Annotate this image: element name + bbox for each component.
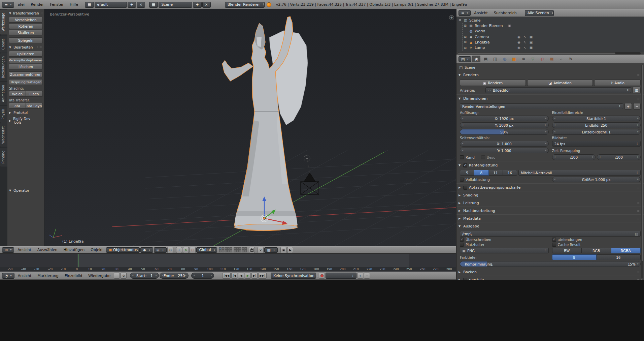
- tab-scene[interactable]: ◫: [491, 56, 499, 62]
- tab-render-layers[interactable]: ▤: [481, 56, 490, 62]
- keying-set-dropdown[interactable]: ↕: [326, 273, 357, 279]
- outliner-row-camera[interactable]: ⊞ ◆ Camera ◉ ↖ ▣: [463, 34, 643, 39]
- panel-header-ausgabe[interactable]: ▼ Ausgabe: [456, 222, 644, 230]
- placeholders-checkbox[interactable]: [460, 243, 464, 247]
- scene-browse-button[interactable]: ▦: [149, 2, 158, 8]
- editor-type-button[interactable]: ◔▾: [2, 273, 14, 279]
- play-button[interactable]: ▶: [245, 273, 251, 279]
- fps-dropdown[interactable]: 24 fps ↕: [552, 141, 641, 147]
- lock-to-scene-toggle[interactable]: [249, 247, 255, 253]
- output-path-field[interactable]: /tmp\ ▤: [460, 231, 641, 237]
- menu-view[interactable]: Ansicht: [15, 248, 34, 252]
- outliner-tree[interactable]: ⊟ ◫ Scene ⊞ ▤ Render-Ebenen ▣ ◍ World ⊞: [456, 17, 644, 52]
- menu-marker[interactable]: Markierung: [35, 274, 61, 278]
- samples-5-button[interactable]: 5: [460, 170, 474, 176]
- selectability-icon[interactable]: ↖: [522, 35, 528, 39]
- render-presets-dropdown[interactable]: Render-Voreinstellungen ↕: [460, 103, 623, 109]
- menu-select[interactable]: Auswählen: [35, 248, 60, 252]
- panel-header-rigify[interactable]: ▶ Rigify Dev Tools: [9, 116, 43, 125]
- data-layout-button[interactable]: ata Layo: [26, 103, 43, 108]
- panel-header-transformieren[interactable]: ▼ Transformieren: [9, 10, 43, 16]
- properties-scrollbar[interactable]: [641, 65, 643, 278]
- menu-file[interactable]: atei: [15, 2, 27, 7]
- jump-start-button[interactable]: |◀◀: [222, 273, 231, 279]
- menu-help[interactable]: Hilfe: [67, 2, 81, 7]
- expand-icon[interactable]: ⊞: [463, 35, 467, 38]
- duplicate-button[interactable]: uplizieren: [9, 51, 43, 57]
- outliner-item-label[interactable]: World: [475, 29, 485, 33]
- panel-grip[interactable]: [37, 46, 42, 48]
- editor-type-button[interactable]: ▤▾: [459, 56, 471, 62]
- opengl-render-animation-button[interactable]: ▶: [287, 247, 293, 253]
- panel-header-bearbeiten[interactable]: ▼ Bearbeiten: [9, 44, 43, 50]
- tab-printing[interactable]: Printing: [0, 148, 7, 166]
- next-keyframe-button[interactable]: ▶|: [251, 273, 258, 279]
- menu-window[interactable]: Fenster: [47, 2, 66, 7]
- tab-animation[interactable]: Animation: [0, 82, 7, 105]
- tab-wachsstift[interactable]: Wachsstift: [0, 123, 7, 147]
- file-format-dropdown[interactable]: ▣ PNG ↕: [460, 248, 549, 253]
- aa-size-field[interactable]: Größe: 1.000 px: [552, 177, 641, 182]
- scene-delete-button[interactable]: ×: [202, 2, 211, 8]
- full-sample-checkbox[interactable]: [460, 178, 464, 182]
- duplicate-linked-button[interactable]: Verknüpfte duplizieren: [9, 57, 43, 63]
- panel-grip[interactable]: [38, 120, 42, 122]
- tab-beziehungen[interactable]: Beziehungen: [0, 53, 7, 81]
- translate-button[interactable]: Verschieben: [9, 17, 43, 23]
- delete-button[interactable]: Löschen: [9, 64, 43, 69]
- tab-physics[interactable]: ↻: [566, 56, 575, 62]
- set-origin-dropdown[interactable]: Ursprung festlegen ↕: [9, 79, 43, 85]
- outliner-row-engel9a[interactable]: ⊞ ▲ Engel9a ◉ ↖ ▣: [463, 39, 643, 45]
- outliner-item-label[interactable]: Engel9a: [475, 40, 489, 44]
- orientation-dropdown[interactable]: Global ↕: [196, 247, 217, 253]
- antialiasing-checkbox[interactable]: [463, 163, 467, 167]
- panel-grip[interactable]: [37, 112, 42, 114]
- render-display-dropdown[interactable]: ▭ Bildeditor ↕: [485, 87, 631, 93]
- viewport-canvas[interactable]: [44, 9, 456, 246]
- pivot-dropdown[interactable]: ◎ ↕: [154, 247, 167, 253]
- render-still-button[interactable]: ▣Rendern: [460, 80, 526, 86]
- remap-old-field[interactable]: :100: [552, 154, 596, 160]
- frame-start-field[interactable]: Start: 1: [130, 273, 159, 279]
- resolution-y-field[interactable]: Y: 1080 px: [460, 122, 549, 128]
- prev-keyframe-button[interactable]: |◀: [231, 273, 237, 279]
- delete-keyframe-button[interactable]: −: [364, 273, 370, 279]
- collapse-icon[interactable]: ⊟: [458, 19, 462, 22]
- tab-world[interactable]: ◍: [500, 56, 509, 62]
- mode-dropdown[interactable]: ■ Objektmodus ↕: [106, 247, 140, 253]
- pivot-align-toggle[interactable]: ⊙: [167, 247, 173, 253]
- panel-header-motion-blur[interactable]: ▶ Abtastbewegungsunschärfe: [456, 183, 644, 191]
- frame-end-field[interactable]: Endbild: 250: [552, 122, 641, 128]
- tab-physik[interactable]: Physik: [0, 106, 7, 123]
- editor-type-button[interactable]: ≡▾: [459, 10, 471, 16]
- tab-render[interactable]: ◉: [472, 56, 480, 62]
- samples-16-button[interactable]: 16: [503, 170, 517, 176]
- lock-time-toggle[interactable]: ⊙: [121, 273, 127, 279]
- selectability-icon[interactable]: ↖: [522, 40, 528, 44]
- visibility-eye-icon[interactable]: ◉: [516, 35, 521, 39]
- timeline-region[interactable]: -50 -40 -30 -20 -10 0 10 20 30 40 50 60 …: [0, 253, 456, 272]
- preset-remove-button[interactable]: −: [633, 103, 641, 110]
- panel-header-rendern[interactable]: ▼ Rendern: [456, 71, 644, 79]
- shade-flat-button[interactable]: Flach: [26, 91, 43, 97]
- scale-button[interactable]: Skalieren: [9, 30, 43, 35]
- menu-playback[interactable]: Wiedergabe: [86, 274, 113, 278]
- panel-header-freestyle[interactable]: ▶ reestyle: [456, 276, 644, 280]
- menu-add[interactable]: Hinzufügen: [61, 248, 88, 252]
- visibility-eye-icon[interactable]: ◉: [516, 40, 521, 44]
- join-button[interactable]: Zusammenführen: [9, 71, 43, 77]
- mirror-button[interactable]: Spiegeln: [9, 37, 43, 43]
- editor-type-button[interactable]: ≡▾: [2, 2, 14, 8]
- frame-step-field[interactable]: Einzelbildschri:1: [552, 129, 641, 135]
- renderlayer-icon[interactable]: ▣: [507, 24, 512, 28]
- aspect-y-field[interactable]: Y: 1.000: [460, 148, 549, 153]
- viewport-3d[interactable]: Benutzer-Perspektive (1) Engel9a +: [44, 9, 456, 246]
- menu-frame[interactable]: Einzelbild: [62, 274, 85, 278]
- file-extensions-checkbox[interactable]: [552, 238, 556, 242]
- color-rgba-button[interactable]: RGBA: [611, 248, 641, 253]
- expand-icon[interactable]: ⊞: [463, 40, 467, 44]
- manipulator-scale-toggle[interactable]: □: [190, 247, 196, 253]
- scene-name-field[interactable]: Scene: [159, 2, 192, 8]
- panel-header-metadata[interactable]: ▶ Metadata: [456, 214, 644, 222]
- selectability-icon[interactable]: ↖: [522, 46, 528, 50]
